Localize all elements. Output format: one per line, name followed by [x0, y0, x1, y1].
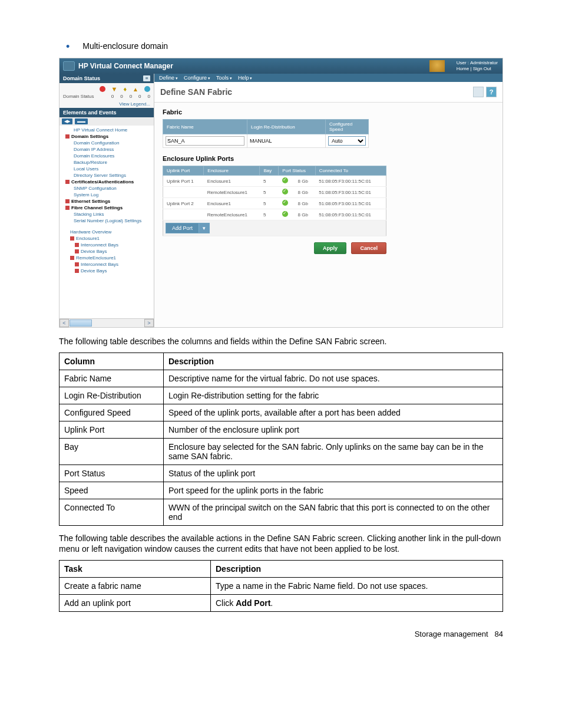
nav-item[interactable]: Interconnect Bays: [59, 242, 154, 248]
cell-uplink: [163, 187, 204, 198]
cell-task: Create a fabric name: [59, 578, 211, 595]
table-row: Create a fabric nameType a name in the F…: [59, 578, 503, 595]
user-block: User : Administrator Home | Sign Out: [457, 60, 498, 72]
status-info-icon: [144, 86, 150, 92]
table-row: SpeedPort speed for the uplink ports in …: [59, 482, 503, 499]
nav-item[interactable]: Certificates/Authentications: [59, 179, 154, 185]
print-icon[interactable]: [473, 87, 484, 97]
cell-status: [279, 209, 295, 220]
nav-item[interactable]: Domain Configuration: [59, 140, 154, 146]
cell-enclosure: RemoteEnclosure1: [204, 209, 260, 220]
cell-connected: 51:08:05:F3:00:11:5C:01: [315, 209, 386, 220]
home-link[interactable]: Home: [457, 66, 469, 71]
nav-item[interactable]: RemoteEnclosure1: [59, 255, 154, 261]
scroll-right-icon[interactable]: >: [144, 319, 154, 327]
table-row: Connected ToWWN of the principal switch …: [59, 499, 503, 526]
menu-tools[interactable]: Tools: [216, 75, 232, 81]
page-footer: Storage management 84: [59, 630, 503, 638]
cell-column: Login Re-Distribution: [59, 387, 164, 404]
cell-bay: 5: [260, 176, 279, 187]
nav-item[interactable]: Domain Enclosures: [59, 153, 154, 159]
table-row: Fabric NameDescriptive name for the virt…: [59, 370, 503, 387]
nav-item[interactable]: Domain IP Address: [59, 146, 154, 153]
cancel-button[interactable]: Cancel: [351, 242, 386, 254]
nav-item[interactable]: Backup/Restore: [59, 159, 154, 166]
collapse-icon[interactable]: =: [143, 75, 150, 81]
cell-bay: 5: [260, 187, 279, 198]
nav-item[interactable]: System Log: [59, 192, 154, 198]
configured-speed-header: Configured Speed: [326, 120, 369, 134]
printer-icon[interactable]: [429, 60, 445, 72]
cell-description: WWN of the principal switch on the SAN f…: [164, 499, 503, 526]
cell-speed: 8 Gb: [295, 176, 316, 187]
apply-button[interactable]: Apply: [314, 242, 346, 254]
scroll-left-icon[interactable]: <: [59, 319, 69, 327]
table-row: RemoteEnclosure158 Gb51:08:05:F3:00:11:5…: [163, 209, 386, 220]
table-row: Add an uplink portClick Add Port.: [59, 595, 503, 612]
menu-help[interactable]: Help: [238, 75, 252, 81]
signout-link[interactable]: Sign Out: [473, 66, 491, 71]
view-legend-link[interactable]: View Legend...: [63, 99, 150, 107]
bullet-text: Multi-enclosure domain: [82, 41, 168, 51]
ok-icon: [282, 189, 288, 195]
cell-status: [279, 187, 295, 198]
nav-item[interactable]: Device Bays: [59, 268, 154, 274]
status-count: 0: [111, 94, 114, 99]
ports-section-title: Enclosure Uplink Ports: [163, 155, 494, 162]
nav-item[interactable]: Enclosure1: [59, 235, 154, 242]
nav-item[interactable]: Domain Settings: [59, 133, 154, 140]
chevron-down-icon[interactable]: ▾: [199, 223, 209, 233]
nav-item[interactable]: Serial Number (Logical) Settings: [59, 218, 154, 224]
nav-item[interactable]: Hardware Overview: [59, 229, 154, 235]
add-port-button[interactable]: Add Port ▾: [166, 223, 210, 233]
nav-item[interactable]: Directory Server Settings: [59, 172, 154, 179]
ok-icon: [282, 200, 288, 206]
cell-speed: 8 Gb: [295, 209, 316, 220]
cell-description: Port speed for the uplink ports in the f…: [164, 482, 503, 499]
help-icon[interactable]: ?: [486, 87, 497, 97]
nav-item[interactable]: SNMP Configuration: [59, 185, 154, 192]
nav-item[interactable]: Fibre Channel Settings: [59, 205, 154, 211]
scroll-thumb[interactable]: [70, 319, 92, 327]
nav-item[interactable]: Device Bays: [59, 248, 154, 255]
nav-tree: HP Virtual Connect HomeDomain SettingsDo…: [59, 126, 154, 318]
cell-connected: 51:08:05:F3:00:11:5C:01: [315, 187, 386, 198]
sidebar-scrollbar[interactable]: < >: [59, 318, 154, 327]
bullet-item: • Multi-enclosure domain: [66, 41, 503, 52]
status-count: 0: [120, 94, 123, 99]
table-header-column: Column: [59, 353, 164, 370]
cell-enclosure: RemoteEnclosure1: [204, 187, 260, 198]
fabric-name-input[interactable]: [166, 136, 244, 146]
menu-define[interactable]: Define: [159, 75, 178, 81]
nav-item[interactable]: HP Virtual Connect Home: [59, 127, 154, 133]
cell-description: Login Re-distribution setting for the fa…: [164, 387, 503, 404]
paragraph: The following table describes the availa…: [59, 533, 503, 554]
domain-status-label: Domain Status: [63, 75, 100, 81]
sidebar-tab[interactable]: ▬▬: [75, 118, 88, 124]
user-label: User :: [457, 60, 469, 65]
domain-status-panel: ▼ ♦ ▲ Domain Status 0 0 0 0 0: [59, 83, 154, 108]
table-row: Login Re-DistributionLogin Re-distributi…: [59, 387, 503, 404]
nav-item[interactable]: Local Users: [59, 166, 154, 172]
status-warning-icon: ▲: [133, 86, 138, 93]
footer-section: Storage management: [415, 630, 488, 638]
nav-item[interactable]: Stacking Links: [59, 211, 154, 218]
cell-task: Add an uplink port: [59, 595, 211, 612]
cell-description: Enclosure bay selected for the SAN fabri…: [164, 439, 503, 465]
add-port-label: Add Port: [166, 223, 199, 233]
cell-uplink: Uplink Port 2: [163, 198, 204, 209]
nav-item[interactable]: Ethernet Settings: [59, 198, 154, 205]
footer-page: 84: [495, 630, 503, 638]
cell-enclosure: Enclosure1: [204, 176, 260, 187]
cell-column: Uplink Port: [59, 421, 164, 439]
login-redist-value: MANUAL: [247, 134, 326, 148]
configured-speed-select[interactable]: Auto: [328, 136, 366, 146]
status-count: 0: [148, 94, 150, 99]
cell-description: Type a name in the Fabric Name field. Do…: [211, 578, 503, 595]
menu-configure[interactable]: Configure: [184, 75, 210, 81]
nav-item[interactable]: Interconnect Bays: [59, 261, 154, 268]
page-title: Define SAN Fabric: [160, 87, 232, 97]
cell-speed: 8 Gb: [295, 187, 316, 198]
cell-column: Fabric Name: [59, 370, 164, 387]
sidebar-tab[interactable]: ◀▶: [62, 118, 72, 124]
